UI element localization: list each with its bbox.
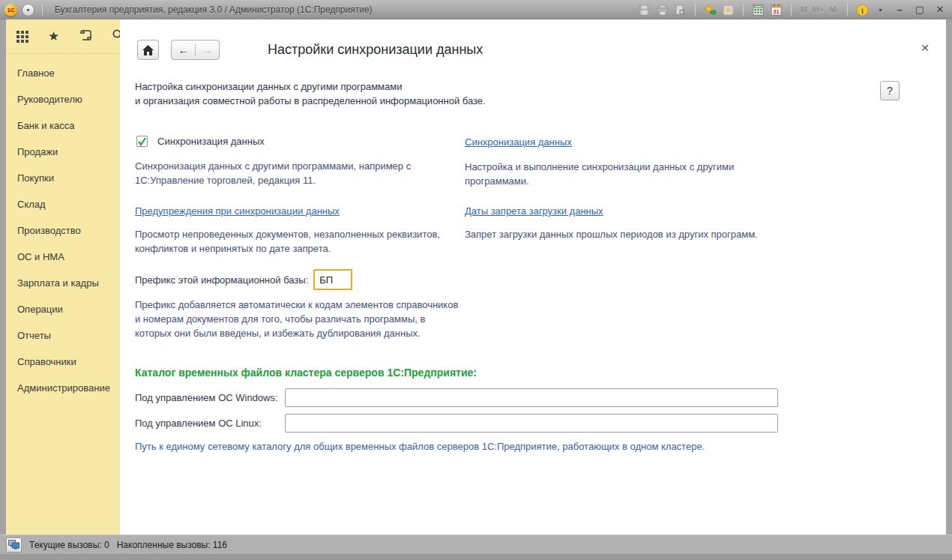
prefix-label: Префикс этой информационной базы: [135, 274, 308, 286]
titlebar-separator [695, 4, 696, 16]
titlebar: 1С ▾ Бухгалтерия предприятия, редакция 3… [0, 0, 952, 19]
maximize-button[interactable]: ▢ [912, 0, 927, 19]
titlebar-separator [42, 4, 43, 16]
sidebar-item-os-i-nma[interactable]: ОС и НМА [6, 244, 120, 270]
print-icon[interactable] [656, 4, 669, 16]
linux-path-input[interactable] [285, 414, 778, 433]
sync-warnings-link[interactable]: Предупреждения при синхронизации данных [135, 205, 340, 217]
load-ban-dates-link[interactable]: Даты запрета загрузки данных [465, 205, 603, 217]
prefix-desc-line3: которых они были введены, и избежать дуб… [135, 326, 476, 340]
print-preview-icon[interactable] [674, 4, 687, 16]
memory-recall-button[interactable]: M [800, 5, 807, 14]
prefix-desc-line1: Префикс добавляется автоматически к кода… [135, 298, 476, 312]
sync-settings-desc: Настройка и выполнение синхронизации дан… [465, 160, 765, 188]
memory-minus-button[interactable]: M- [829, 5, 839, 14]
system-menu-button[interactable]: ▾ [22, 4, 34, 16]
page-content: ← → Настройки синхронизации данных ✕ Нас… [120, 19, 946, 535]
sync-settings-link[interactable]: Синхронизация данных [465, 136, 572, 148]
sync-checkbox-desc: Синхронизация данных с другими программа… [135, 159, 476, 187]
sidebar-item-proizvodstvo[interactable]: Производство [6, 217, 120, 244]
titlebar-separator [791, 4, 792, 16]
forward-button[interactable]: → [196, 44, 219, 56]
intro-line-2: и организация совместной работы в распре… [135, 94, 486, 108]
favorites-icon[interactable] [722, 4, 735, 16]
current-calls-counter: Текущие вызовы: 0 [29, 540, 109, 550]
1c-logo-icon: 1С [4, 4, 17, 16]
close-page-icon[interactable]: ✕ [921, 43, 930, 53]
server-calls-icon[interactable] [6, 538, 22, 553]
help-button[interactable]: ? [880, 81, 900, 100]
close-window-button[interactable]: ✕ [933, 0, 948, 19]
info-dropdown-icon[interactable]: ▾ [874, 4, 887, 16]
svg-text:i: i [861, 6, 864, 14]
app-window: 1С ▾ Бухгалтерия предприятия, редакция 3… [0, 0, 952, 560]
section-panel: ★ Главное Руководителю Банк и касса Прод… [6, 19, 120, 535]
statusbar: Текущие вызовы: 0 Накопленные вызовы: 11… [0, 535, 952, 554]
load-ban-dates-desc: Запрет загрузки данных прошлых периодов … [465, 227, 795, 241]
page-title: Настройки синхронизации данных [268, 42, 483, 58]
intro-line-1: Настройка синхронизации данных с другими… [135, 79, 486, 94]
window-bottom-border [0, 554, 952, 560]
windows-path-label: Под управлением ОС Windows: [135, 392, 285, 403]
sidebar-item-administrirovanie[interactable]: Администрирование [6, 375, 120, 401]
calculator-icon[interactable] [752, 4, 765, 16]
page-intro: Настройка синхронизации данных с другими… [135, 79, 486, 108]
sidebar-item-operacii[interactable]: Операции [6, 296, 120, 322]
sidebar-item-bank-i-kassa[interactable]: Банк и касса [6, 112, 120, 139]
sync-checkbox[interactable] [136, 136, 148, 147]
info-icon[interactable]: i [856, 4, 869, 16]
minimize-button[interactable]: – [892, 0, 907, 19]
sync-checkbox-label: Синхронизация данных [157, 136, 265, 147]
history-nav-group: ← → [171, 40, 220, 60]
window-title: Бухгалтерия предприятия, редакция 3.0 / … [55, 4, 373, 15]
accumulated-calls-counter: Накопленные вызовы: 116 [117, 540, 227, 550]
sync-warnings-desc: Просмотр непроведенных документов, незап… [135, 227, 487, 256]
windows-path-input[interactable] [285, 388, 778, 407]
favorites-star-icon[interactable]: ★ [48, 30, 59, 43]
svg-text:31: 31 [774, 8, 780, 15]
linux-path-label: Под управлением ОС Linux: [135, 418, 285, 429]
history-scroll-icon[interactable] [79, 28, 92, 45]
sidebar-item-otchety[interactable]: Отчеты [6, 322, 120, 349]
cluster-section-heading: Каталог временных файлов кластера сервер… [135, 367, 477, 379]
prefix-desc-line2: и номерам документов для того, чтобы раз… [135, 312, 476, 326]
all-sections-menu-icon[interactable] [16, 31, 28, 43]
prefix-input[interactable] [313, 269, 352, 290]
back-button[interactable]: ← [172, 44, 196, 56]
linux-path-row: Под управлением ОС Linux: [135, 414, 778, 433]
cluster-note: Путь к единому сетевому каталогу для общ… [135, 441, 885, 452]
titlebar-separator [743, 4, 744, 16]
prefix-desc: Префикс добавляется автоматически к кода… [135, 298, 476, 340]
save-icon[interactable] [638, 4, 651, 16]
home-button[interactable] [137, 40, 159, 60]
sidebar-item-zarplata-i-kadry[interactable]: Зарплата и кадры [6, 270, 120, 296]
sidebar-item-pokupki[interactable]: Покупки [6, 165, 120, 191]
sidebar-item-spravochniki[interactable]: Справочники [6, 349, 120, 375]
add-favorite-icon[interactable] [704, 4, 717, 16]
sync-checkbox-row: Синхронизация данных [136, 136, 265, 147]
sidebar-item-prodazhi[interactable]: Продажи [6, 139, 120, 165]
calendar-icon[interactable]: 31 [770, 4, 783, 16]
sidebar-item-rukovoditelyu[interactable]: Руководителю [6, 86, 120, 112]
prefix-row: Префикс этой информационной базы: [135, 269, 352, 290]
windows-path-row: Под управлением ОС Windows: [135, 388, 778, 407]
sidebar-item-glavnoe[interactable]: Главное [6, 60, 120, 86]
sections-menu: Главное Руководителю Банк и касса Продаж… [6, 54, 120, 401]
memory-plus-button[interactable]: M+ [813, 5, 825, 14]
titlebar-separator [847, 4, 848, 16]
sidebar-item-sklad[interactable]: Склад [6, 191, 120, 217]
